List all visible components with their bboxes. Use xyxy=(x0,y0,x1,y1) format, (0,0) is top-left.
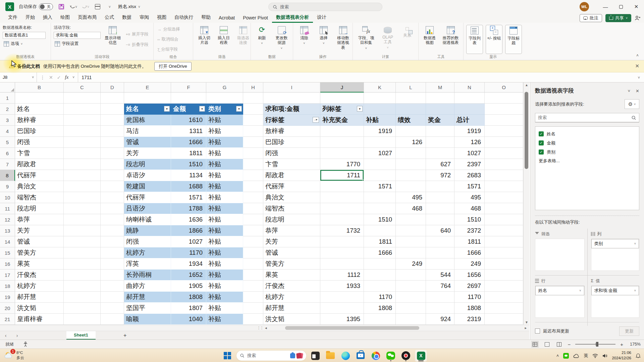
normal-view-button[interactable] xyxy=(531,341,539,348)
cell-F10[interactable]: 1571 xyxy=(171,192,206,203)
cell-M1[interactable] xyxy=(426,93,454,104)
row-header-8[interactable]: 8 xyxy=(0,170,15,181)
cell-I7[interactable]: 卞雪 xyxy=(263,159,320,170)
cell-J18[interactable]: 1933 xyxy=(320,281,364,292)
cell-F6[interactable]: 1811 xyxy=(171,148,206,159)
cell-O10[interactable] xyxy=(485,192,523,203)
cell-L13[interactable] xyxy=(396,225,426,236)
cell-K16[interactable] xyxy=(364,258,396,269)
cell-K13[interactable] xyxy=(364,225,396,236)
document-title[interactable]: 姓名.xlsx ˅ xyxy=(118,4,140,10)
cell-L19[interactable] xyxy=(396,292,426,303)
cell-L9[interactable] xyxy=(396,181,426,192)
cell-J15[interactable] xyxy=(320,247,364,258)
cell-O16[interactable] xyxy=(485,258,523,269)
col-header-L[interactable]: L xyxy=(396,82,426,93)
cell-E18[interactable]: 曲婷方 xyxy=(124,281,171,292)
cell-B7[interactable]: 邴政君 xyxy=(15,159,64,170)
cell-G17[interactable]: 补贴 xyxy=(206,269,243,281)
cell-J6[interactable] xyxy=(320,148,364,159)
row-header-17[interactable]: 17 xyxy=(0,269,15,281)
cell-L17[interactable] xyxy=(396,269,426,281)
cell-F17[interactable]: 1652 xyxy=(171,269,206,281)
cell-J12[interactable] xyxy=(320,214,364,225)
col-header-N[interactable]: N xyxy=(454,82,485,93)
cell-G6[interactable]: 补贴 xyxy=(206,148,243,159)
cell-G1[interactable] xyxy=(206,93,243,104)
cell-E14[interactable]: 闭强 xyxy=(124,236,171,247)
speaker-icon[interactable] xyxy=(602,354,607,358)
field-settings-button[interactable]: 字段设置 xyxy=(54,40,101,47)
row-header-1[interactable]: 1 xyxy=(0,93,15,104)
cell-M7[interactable]: 627 xyxy=(426,159,454,170)
cell-B19[interactable]: 郝开慧 xyxy=(15,292,64,303)
cell-B16[interactable]: 果英 xyxy=(15,258,64,269)
row-header-18[interactable]: 18 xyxy=(0,281,15,292)
cell-N4[interactable]: 1919 xyxy=(454,126,485,137)
cell-I19[interactable]: 杭婷方 xyxy=(263,292,320,303)
pivot-column-filter-icon[interactable]: ▾ xyxy=(357,106,363,112)
cell-I5[interactable]: 巴国珍 xyxy=(263,137,320,148)
expand-formula-bar-icon[interactable]: ˅ xyxy=(638,75,640,79)
taskbar-search-box[interactable]: 搜索 xyxy=(236,351,306,361)
zoom-out-button[interactable]: − xyxy=(568,342,571,347)
cell-B17[interactable]: 汗俊杰 xyxy=(15,269,64,281)
cell-M2[interactable] xyxy=(426,104,454,115)
cell-E5[interactable]: 管诚 xyxy=(124,137,171,148)
row-header-16[interactable]: 16 xyxy=(0,258,15,269)
scroll-left-icon[interactable]: ◂ xyxy=(265,326,267,330)
cell-J9[interactable] xyxy=(320,181,364,192)
cell-K14[interactable]: 1811 xyxy=(364,236,396,247)
cell-H3[interactable] xyxy=(243,115,263,126)
cell-G11[interactable]: 补贴 xyxy=(206,203,243,214)
cell-E10[interactable]: 代丽萍 xyxy=(124,192,171,203)
cell-M11[interactable] xyxy=(426,203,454,214)
cell-N1[interactable] xyxy=(454,93,485,104)
cell-G21[interactable]: 补贴 xyxy=(206,314,243,325)
ribbon-tab-公式[interactable]: 公式 xyxy=(101,13,118,23)
filters-dropzone[interactable] xyxy=(535,239,585,271)
cell-H10[interactable] xyxy=(243,192,263,203)
cell-N12[interactable]: 1510 xyxy=(454,214,485,225)
cell-C14[interactable] xyxy=(64,236,101,247)
cell-M4[interactable] xyxy=(426,126,454,137)
cell-H16[interactable] xyxy=(243,258,263,269)
cell-G5[interactable]: 补贴 xyxy=(206,137,243,148)
name-box[interactable]: J8 ˅ xyxy=(0,72,37,82)
cell-H20[interactable] xyxy=(243,303,263,314)
cell-B9[interactable]: 典治文 xyxy=(15,181,64,192)
cell-B15[interactable]: 管美方 xyxy=(15,247,64,258)
cell-E9[interactable]: 乾建国 xyxy=(124,181,171,192)
cell-L3[interactable]: 绩效 xyxy=(396,115,426,126)
cell-H11[interactable] xyxy=(243,203,263,214)
cell-F4[interactable]: 1311 xyxy=(171,126,206,137)
wechat-button[interactable] xyxy=(385,350,397,362)
cell-I18[interactable]: 汗俊杰 xyxy=(263,281,320,292)
cell-C15[interactable] xyxy=(64,247,101,258)
cell-K1[interactable] xyxy=(364,93,396,104)
weather-widget[interactable]: 1 8°C多云 xyxy=(3,350,24,361)
cell-G13[interactable]: 补贴 xyxy=(206,225,243,236)
clock[interactable]: 21:062024/12/26 xyxy=(612,350,631,361)
pivot-name-input[interactable] xyxy=(3,32,46,39)
field-checkbox-金额[interactable]: ✓ xyxy=(539,140,544,145)
ribbon-tab-审阅[interactable]: 审阅 xyxy=(136,13,153,23)
cell-H1[interactable] xyxy=(243,93,263,104)
cell-D15[interactable] xyxy=(101,247,124,258)
row-header-4[interactable]: 4 xyxy=(0,126,15,137)
selection-fill-handle[interactable] xyxy=(362,179,364,181)
cell-L2[interactable] xyxy=(396,104,426,115)
cell-G12[interactable]: 补贴 xyxy=(206,214,243,225)
field-checkbox-姓名[interactable]: ✓ xyxy=(539,131,544,136)
active-field-input[interactable] xyxy=(54,32,101,39)
cell-K3[interactable]: 补贴 xyxy=(364,115,396,126)
cell-F12[interactable]: 1636 xyxy=(171,214,206,225)
cell-M20[interactable] xyxy=(426,303,454,314)
cell-E6[interactable]: 关芳 xyxy=(124,148,171,159)
cell-O4[interactable] xyxy=(485,126,523,137)
cell-E20[interactable]: 坚国平 xyxy=(124,303,171,314)
cell-M6[interactable] xyxy=(426,148,454,159)
olap-tools-button[interactable]: OLAP 工具˅ xyxy=(379,25,396,54)
cell-E4[interactable]: 马洁 xyxy=(124,126,171,137)
cell-N8[interactable]: 2683 xyxy=(454,170,485,181)
